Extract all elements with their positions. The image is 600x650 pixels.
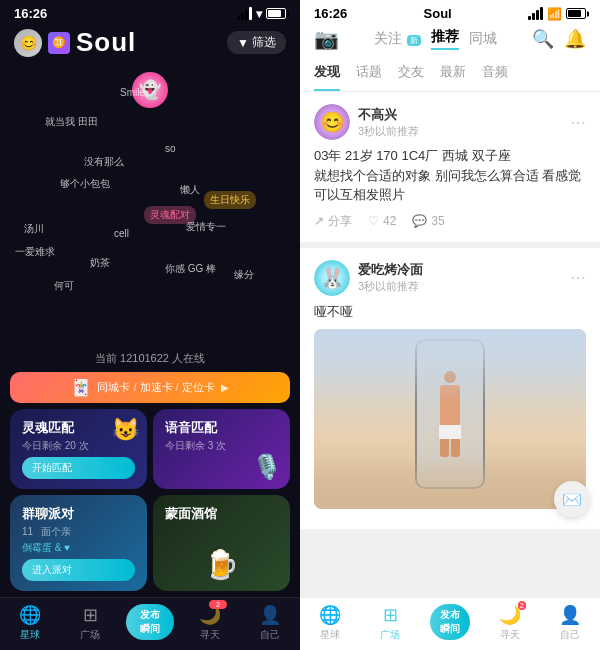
nebula-area[interactable]: 👻 Smile↑ 就当我 田田 so 没有那么 够个小包包 懒人 灵魂配对 生日… — [0, 64, 300, 347]
right-sky-badge-wrap: 🌙 2 — [499, 604, 521, 626]
right-nav-self[interactable]: 👤 自己 — [540, 604, 600, 642]
left-publish-btn[interactable]: 发布瞬间 — [126, 604, 174, 640]
right-publish-btn[interactable]: 发布瞬间 — [430, 604, 470, 640]
soul-match-card[interactable]: 灵魂匹配 今日剩余 20 次 开始匹配 😺 — [10, 409, 147, 489]
share-label: 分享 — [328, 213, 352, 230]
wifi-icon: ▾ — [256, 7, 262, 21]
share-icon: ↗ — [314, 214, 324, 228]
feed-comment-1[interactable]: 💬 35 — [412, 214, 444, 228]
self-icon: 👤 — [259, 604, 281, 626]
right-nav-publish[interactable]: 发布瞬间 — [420, 604, 480, 642]
content-tabs: 发现 话题 交友 最新 音频 — [300, 57, 600, 92]
left-status-bar: 16:26 ▾ — [0, 0, 300, 23]
feed-avatar-2[interactable]: 🐰 — [314, 260, 350, 296]
bubble-gg: 你感 GG 棒 — [165, 262, 216, 276]
city-card-label: 同城卡 / 加速卡 / 定位卡 — [97, 380, 214, 395]
voice-match-card[interactable]: 语音匹配 今日剩余 3 次 🎙️ — [153, 409, 290, 489]
settings-icon[interactable]: 🔔 — [564, 28, 586, 50]
tab-social[interactable]: 交友 — [398, 57, 424, 91]
left-nav-square[interactable]: ⊞ 广场 — [60, 604, 120, 642]
planet-icon: 🌐 — [19, 604, 41, 626]
voice-match-title: 语音匹配 — [165, 419, 278, 437]
right-status-bar: 16:26 Soul 📶 — [300, 0, 600, 23]
right-sky-badge: 2 — [518, 601, 526, 610]
right-nav-sky-label: 寻天 — [500, 628, 520, 642]
city-card[interactable]: 🃏 同城卡 / 加速卡 / 定位卡 ▶ — [10, 372, 290, 403]
comment-count-1: 35 — [431, 214, 444, 228]
group-party-sub2: 倒霉蛋 & ♥ — [22, 541, 135, 555]
left-nav-planet[interactable]: 🌐 星球 — [0, 604, 60, 642]
right-signal-icon — [528, 7, 543, 20]
left-panel: 16:26 ▾ 😊 ♊ Soul ▼ 筛选 — [0, 0, 300, 650]
mask-bar-card[interactable]: 蒙面酒馆 🍺 — [153, 495, 290, 591]
left-nav-publish[interactable]: 发布瞬间 — [120, 604, 180, 642]
filter-button[interactable]: ▼ 筛选 — [227, 31, 286, 54]
feed-more-2[interactable]: ⋯ — [570, 268, 586, 287]
right-nav-sky[interactable]: 🌙 2 寻天 — [480, 604, 540, 642]
tab-discover[interactable]: 发现 — [314, 57, 340, 91]
feed-user-meta-1: 不高兴 3秒以前推荐 — [358, 106, 419, 139]
left-nav-planet-label: 星球 — [20, 628, 40, 642]
feed-user-name-1: 不高兴 — [358, 106, 419, 124]
feed-avatar-1[interactable]: 😊 — [314, 104, 350, 140]
sky-icon: 🌙 — [199, 605, 221, 625]
feed-user-info-2: 🐰 爱吃烤冷面 3秒以前推荐 — [314, 260, 423, 296]
bubble-lazy: 没有那么 — [84, 155, 124, 169]
like-count-1: 42 — [383, 214, 396, 228]
left-header: 😊 ♊ Soul ▼ 筛选 — [0, 23, 300, 64]
tab-recommended[interactable]: 推荐 — [431, 28, 459, 50]
right-self-icon: 👤 — [559, 604, 581, 626]
bubble-rennin: 懒人 — [180, 183, 200, 197]
user-avatar[interactable]: 😊 — [14, 29, 42, 57]
group-party-card[interactable]: 群聊派对 11 面个亲 倒霉蛋 & ♥ 进入派对 — [10, 495, 147, 591]
feed-item-2-header: 🐰 爱吃烤冷面 3秒以前推荐 ⋯ — [314, 260, 586, 296]
feed-item-1-header: 😊 不高兴 3秒以前推荐 ⋯ — [314, 104, 586, 140]
left-nav-self[interactable]: 👤 自己 — [240, 604, 300, 642]
tab-topic[interactable]: 话题 — [356, 57, 382, 91]
feed-time-2: 3秒以前推荐 — [358, 279, 423, 294]
mask-bar-icon: 🍺 — [165, 548, 278, 581]
bubble-heke: 何可 — [54, 279, 74, 293]
bubble-naicha: 奶茶 — [90, 256, 110, 270]
right-header: 📷 关注 新 推荐 同城 🔍 🔔 — [300, 23, 600, 57]
group-party-title: 群聊派对 — [22, 505, 135, 523]
right-nav-square[interactable]: ⊞ 广场 — [360, 604, 420, 642]
mask-bar-title: 蒙面酒馆 — [165, 505, 278, 523]
bubble-birthday: 生日快乐 — [204, 191, 256, 209]
bubble-so: so — [165, 143, 176, 154]
tab-follow[interactable]: 关注 新 — [374, 30, 422, 48]
cards-row: 🃏 同城卡 / 加速卡 / 定位卡 ▶ — [0, 372, 300, 409]
right-wifi-icon: 📶 — [547, 7, 562, 21]
right-header-icons: 🔍 🔔 — [532, 28, 586, 50]
bubble-tangchuan: 汤川 — [24, 222, 44, 236]
feed-like-1[interactable]: ♡ 42 — [368, 214, 396, 228]
group-party-btn[interactable]: 进入派对 — [22, 559, 135, 581]
tab-audio[interactable]: 音频 — [482, 57, 508, 91]
left-nav-sky[interactable]: 🌙 寻天 — [180, 604, 240, 642]
left-nav-square-label: 广场 — [80, 628, 100, 642]
right-panel: 16:26 Soul 📶 📷 关注 新 推荐 同城 🔍 — [300, 0, 600, 650]
left-time: 16:26 — [14, 6, 47, 21]
bubble-love: 爱情专一 — [186, 220, 226, 234]
feed-user-name-2: 爱吃烤冷面 — [358, 261, 423, 279]
soul-match-btn[interactable]: 开始匹配 — [22, 457, 135, 479]
online-count: 当前 12101622 人在线 — [0, 347, 300, 372]
square-icon: ⊞ — [83, 604, 98, 626]
group-party-sub: 11 面个亲 — [22, 525, 135, 539]
floating-message-btn[interactable]: ✉️ — [554, 481, 590, 517]
comment-icon: 💬 — [412, 214, 427, 228]
feed-more-1[interactable]: ⋯ — [570, 113, 586, 132]
message-icon: ✉️ — [562, 490, 582, 509]
feed-content-1: 03年 21岁 170 1C4厂 西城 双子座就想找个合适的对象 别问我怎么算合… — [314, 146, 586, 205]
follow-badge: 新 — [407, 35, 421, 46]
right-nav-planet-label: 星球 — [320, 628, 340, 642]
feed-share-1[interactable]: ↗ 分享 — [314, 213, 352, 230]
right-battery-icon — [566, 8, 586, 19]
tab-local[interactable]: 同城 — [469, 30, 497, 48]
tab-latest[interactable]: 最新 — [440, 57, 466, 91]
camera-icon[interactable]: 📷 — [314, 27, 339, 51]
right-square-icon: ⊞ — [383, 604, 398, 626]
feed-area[interactable]: 😊 不高兴 3秒以前推荐 ⋯ 03年 21岁 170 1C4厂 西城 双子座就想… — [300, 92, 600, 597]
search-icon[interactable]: 🔍 — [532, 28, 554, 50]
right-nav-planet[interactable]: 🌐 星球 — [300, 604, 360, 642]
